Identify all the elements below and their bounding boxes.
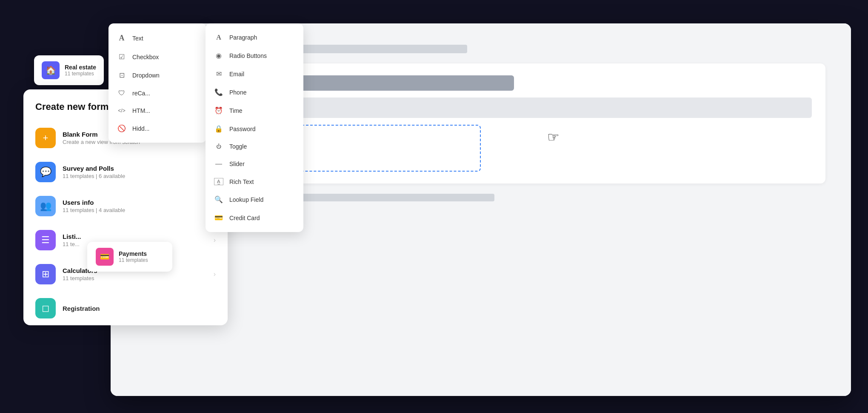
field-label-hidden: Hidd... xyxy=(132,125,149,132)
field-label-text: Text xyxy=(132,35,143,42)
field-item-radio[interactable]: ◉ Radio Buttons xyxy=(206,46,303,65)
blank-form-icon: + xyxy=(35,128,56,148)
field-item-time[interactable]: ⏰ Time xyxy=(206,101,303,120)
shield-icon: 🛡 xyxy=(117,89,126,97)
users-subtitle: 11 templates | 4 available xyxy=(63,207,125,213)
real-estate-icon: 🏠 xyxy=(42,61,60,79)
field-label-time: Time xyxy=(229,107,243,114)
radio-icon: ◉ xyxy=(214,52,223,60)
calculators-arrow: › xyxy=(214,270,216,278)
real-estate-title: Real estate xyxy=(65,64,96,71)
field-label-dropdown: Dropdown xyxy=(132,72,160,79)
radio-row-5 xyxy=(138,251,825,257)
field-label-lookup: Lookup Field xyxy=(229,196,263,203)
radio-row-6 xyxy=(138,261,825,267)
calculators-subtitle: 11 templates xyxy=(63,275,97,281)
field-item-toggle[interactable]: ⏻ Toggle xyxy=(206,138,303,155)
field-item-dropdown[interactable]: ⊡ Dropdown xyxy=(108,66,206,84)
field-item-email[interactable]: ✉ Email xyxy=(206,65,303,83)
field-item-richtext[interactable]: A̲ Rich Text xyxy=(206,173,303,190)
real-estate-card[interactable]: 🏠 Real estate 11 templates xyxy=(34,55,104,85)
code-icon: </> xyxy=(117,108,126,114)
toggle-icon: ⏻ xyxy=(214,143,223,149)
field-item-recaptcha[interactable]: 🛡 reCa... xyxy=(108,84,206,102)
radio-row-7 xyxy=(138,271,825,277)
users-title: Users info xyxy=(63,199,125,206)
richtext-icon: A̲ xyxy=(214,178,223,185)
field-item-hidden[interactable]: 🚫 Hidd... xyxy=(108,119,206,138)
phone-icon: 📞 xyxy=(214,88,223,96)
field-label-paragraph: Paragraph xyxy=(229,34,257,41)
registration-option[interactable]: ◻ Registration xyxy=(23,291,228,325)
payments-title: Payments xyxy=(119,250,148,257)
field-label-recaptcha: reCa... xyxy=(132,90,150,97)
registration-title: Registration xyxy=(63,305,100,312)
field-label-html: HTM... xyxy=(132,107,150,114)
survey-icon: 💬 xyxy=(35,162,56,182)
text-icon: A xyxy=(117,34,126,43)
field-item-password[interactable]: 🔒 Password xyxy=(206,120,303,138)
survey-subtitle: 11 templates | 6 available xyxy=(63,173,125,179)
field-label-slider: Slider xyxy=(229,161,245,167)
field-item-creditcard[interactable]: 💳 Credit Card xyxy=(206,209,303,227)
field-item-checkbox[interactable]: ☑ Checkbox xyxy=(108,48,206,66)
hidden-icon: 🚫 xyxy=(117,124,126,132)
survey-title: Survey and Polls xyxy=(63,165,125,172)
calculators-icon: ⊞ xyxy=(35,264,56,284)
users-info-option[interactable]: 👥 Users info 11 templates | 4 available … xyxy=(23,189,228,223)
radio-row-4 xyxy=(138,241,825,247)
survey-polls-option[interactable]: 💬 Survey and Polls 11 templates | 6 avai… xyxy=(23,155,228,189)
listings-arrow: › xyxy=(214,236,216,244)
field-label-richtext: Rich Text xyxy=(229,178,254,185)
lock-icon: 🔒 xyxy=(214,125,223,133)
field-item-lookup[interactable]: 🔍 Lookup Field xyxy=(206,190,303,209)
real-estate-subtitle: 11 templates xyxy=(65,71,96,77)
field-label-toggle: Toggle xyxy=(229,143,247,150)
field-label-radio: Radio Buttons xyxy=(229,52,267,59)
listings-title: Listi... xyxy=(63,233,81,240)
field-item-phone[interactable]: 📞 Phone xyxy=(206,83,303,101)
real-estate-text: Real estate 11 templates xyxy=(65,64,96,77)
paragraph-icon: A xyxy=(214,34,223,41)
payments-icon: 💳 xyxy=(96,248,114,266)
creditcard-icon: 💳 xyxy=(214,214,223,222)
field-item-text[interactable]: A Text xyxy=(108,29,206,48)
field-type-dropdown-2: A Paragraph ◉ Radio Buttons ✉ Email 📞 Ph… xyxy=(206,23,303,232)
field-item-html[interactable]: </> HTM... xyxy=(108,102,206,119)
registration-icon: ◻ xyxy=(35,298,56,318)
dropdown-icon: ⊡ xyxy=(117,71,126,79)
users-icon: 👥 xyxy=(35,196,56,216)
email-icon: ✉ xyxy=(214,70,223,78)
payments-subtitle: 11 templates xyxy=(119,257,148,263)
field-label-creditcard: Credit Card xyxy=(229,215,260,221)
listings-icon: ☰ xyxy=(35,230,56,250)
field-label-email: Email xyxy=(229,71,244,77)
field-type-dropdown-1: A Text ☑ Checkbox ⊡ Dropdown 🛡 reCa... <… xyxy=(108,23,206,143)
field-item-paragraph[interactable]: A Paragraph xyxy=(206,29,303,46)
search-icon: 🔍 xyxy=(214,195,223,204)
field-item-slider[interactable]: — Slider xyxy=(206,155,303,173)
field-label-checkbox: Checkbox xyxy=(132,54,159,60)
clock-icon: ⏰ xyxy=(214,106,223,115)
field-label-password: Password xyxy=(229,126,255,132)
checkbox-icon: ☑ xyxy=(117,53,126,61)
payments-card[interactable]: 💳 Payments 11 templates xyxy=(87,242,172,272)
slider-icon: — xyxy=(214,160,223,168)
field-label-phone: Phone xyxy=(229,89,246,96)
listings-subtitle: 11 te... xyxy=(63,241,81,247)
